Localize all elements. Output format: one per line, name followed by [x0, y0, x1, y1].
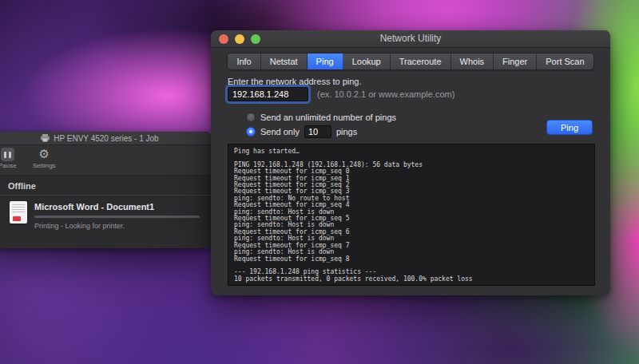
traffic-lights [219, 34, 260, 44]
print-job-status: Printing - Looking for printer. [34, 222, 200, 230]
zoom-button[interactable] [251, 34, 260, 44]
gear-icon: ⚙ [38, 148, 49, 161]
desktop-wallpaper: HP ENVY 4520 series - 1 Job Pause ⚙ Sett… [0, 0, 639, 364]
minimize-button[interactable] [235, 34, 244, 44]
settings-label: Settings [33, 162, 56, 169]
ping-button[interactable]: Ping [546, 120, 593, 135]
print-job-row[interactable]: Microsoft Word - Document1 Printing - Lo… [0, 196, 211, 230]
settings-button[interactable]: ⚙ Settings [33, 148, 56, 169]
network-utility-window: Network Utility Info Netstat Ping Lookup… [211, 30, 610, 295]
print-job-info: Microsoft Word - Document1 Printing - Lo… [34, 201, 200, 230]
printer-toolbar: Pause ⚙ Settings [0, 145, 211, 176]
document-icon [10, 201, 27, 224]
pause-icon [1, 148, 14, 161]
send-only-label: Send only [260, 127, 300, 136]
tab-netstat[interactable]: Netstat [261, 53, 308, 69]
prompt-label: Enter the network address to ping. [228, 77, 362, 86]
pause-button[interactable]: Pause [0, 148, 17, 169]
print-job-progress-bar [34, 216, 200, 218]
tab-port-scan[interactable]: Port Scan [537, 53, 593, 69]
ping-output[interactable]: Ping has started… PING 192.168.1.248 (19… [228, 144, 595, 286]
tab-info[interactable]: Info [228, 53, 260, 69]
printer-queue-body: Offline Microsoft Word - Document1 Print… [0, 176, 211, 230]
tab-lookup[interactable]: Lookup [343, 53, 391, 69]
send-only-radio[interactable] [246, 127, 256, 136]
tab-bar: Info Netstat Ping Lookup Traceroute Whoi… [211, 53, 610, 70]
tab-finger[interactable]: Finger [494, 53, 537, 69]
print-job-title: Microsoft Word - Document1 [34, 202, 200, 212]
pings-suffix-label: pings [336, 127, 357, 136]
pause-label: Pause [0, 162, 17, 169]
printer-window-titlebar[interactable]: HP ENVY 4520 series - 1 Job [0, 132, 211, 145]
window-title: Network Utility [211, 30, 610, 47]
tab-whois[interactable]: Whois [451, 53, 494, 69]
ping-count-input[interactable] [304, 125, 331, 138]
printer-icon [41, 134, 50, 142]
address-hint: (ex. 10.0.2.1 or www.example.com) [317, 89, 454, 99]
tab-traceroute[interactable]: Traceroute [391, 53, 451, 69]
unlimited-pings-radio[interactable] [246, 113, 256, 122]
printer-window-title: HP ENVY 4520 series - 1 Job [54, 134, 158, 143]
network-utility-titlebar[interactable]: Network Utility [211, 30, 610, 48]
close-button[interactable] [219, 34, 228, 44]
tab-ping[interactable]: Ping [308, 53, 343, 69]
printer-status-header: Offline [0, 176, 211, 195]
unlimited-pings-label: Send an unlimited number of pings [260, 113, 396, 122]
address-input[interactable] [228, 87, 308, 101]
printer-queue-window: HP ENVY 4520 series - 1 Job Pause ⚙ Sett… [0, 132, 211, 248]
